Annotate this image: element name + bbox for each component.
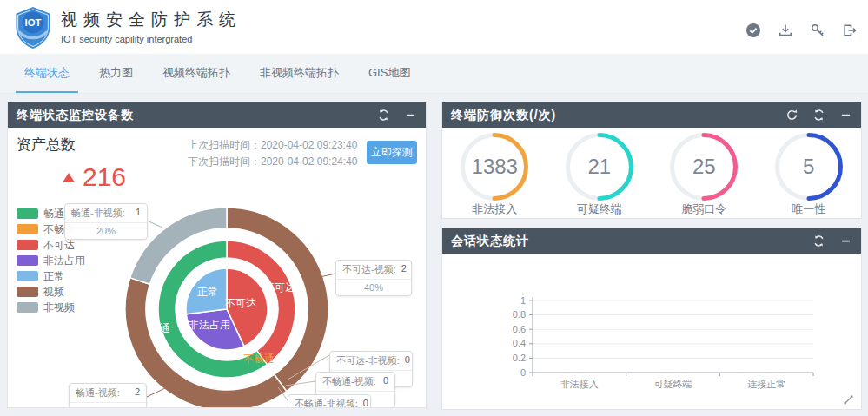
legend-swatch	[17, 271, 38, 281]
tab-terminal-status[interactable]: 终端状态	[16, 54, 78, 93]
next-scan-time: 下次扫描时间：2020-04-02 09:24:40	[188, 154, 357, 170]
legend-swatch	[17, 224, 38, 234]
svg-text:可疑终端: 可疑终端	[654, 379, 692, 389]
top-header: IOT 视频安全防护系统 IOT security capility inter…	[0, 0, 868, 54]
callout-changtong-feishipin: 畅通-非视频:1 20%	[64, 203, 148, 240]
header-actions	[745, 23, 858, 38]
terminal-monitor-body: 资产总数 216 上次扫描时间：2020-04-02 09:23:40 下次扫描…	[8, 128, 426, 407]
detect-now-button[interactable]: 立即探测	[367, 141, 417, 164]
session-body: 10.80.60.40.20非法接入可疑终端连接正常	[442, 254, 861, 409]
gauge-label: 非法接入	[442, 201, 547, 217]
ring-label-zhengchang: 正常	[197, 285, 218, 300]
app-title: 视频安全防护系统	[61, 9, 242, 31]
gauge-illegal-access: 1383 非法接入	[442, 130, 547, 217]
ring-label-changtong: 畅通	[149, 321, 170, 336]
trend-up-icon	[63, 173, 75, 182]
gauge-label: 可疑终端	[547, 201, 653, 217]
ring-label-bukeda-middle: 不可达	[264, 281, 295, 295]
legend-item-shipin[interactable]: 视频	[17, 284, 85, 300]
session-bar-chart: 10.80.60.40.20非法接入可疑终端连接正常	[442, 254, 861, 409]
gauge-value: 5	[757, 130, 862, 203]
svg-text:0.8: 0.8	[513, 309, 526, 320]
panel-title: 终端防御次数(/次)	[451, 108, 556, 123]
callout-buchangtong-feishipin: 不畅通-非视频:0 0%	[288, 394, 371, 407]
gauge-value: 1383	[442, 130, 547, 203]
tab-video-topology[interactable]: 视频终端拓扑	[154, 54, 239, 93]
asset-total-value: 216	[83, 162, 126, 192]
legend-swatch	[17, 302, 38, 313]
legend-item-zhengchang[interactable]: 正常	[17, 268, 85, 284]
svg-text:0: 0	[520, 367, 526, 378]
logo-text: IOT	[24, 17, 41, 28]
reload-icon[interactable]	[785, 109, 798, 122]
tab-gis-map[interactable]: GIS地图	[360, 54, 419, 93]
panel-defense-counts: 终端防御次数(/次)	[441, 102, 862, 219]
app-subtitle: IOT security capility intergrated	[61, 34, 242, 44]
svg-text:0.6: 0.6	[513, 324, 526, 334]
callout-bukeda-shipin: 不可达-视频:2 40%	[335, 260, 412, 296]
asset-total-label: 资产总数	[17, 135, 126, 155]
legend-item-feishipin[interactable]: 非视频	[17, 300, 85, 315]
tab-nonvideo-topology[interactable]: 非视频终端拓扑	[251, 54, 348, 93]
resize-handle[interactable]	[844, 393, 853, 402]
tab-heatmap[interactable]: 热力图	[90, 54, 142, 93]
scan-times: 上次扫描时间：2020-04-02 09:23:40 下次扫描时间：2020-0…	[188, 137, 357, 170]
panel-title: 会话状态统计	[451, 234, 529, 249]
panel-session-header: 会话状态统计	[442, 228, 861, 254]
ring-label-bukeda-inner: 不可达	[225, 296, 256, 311]
svg-text:0.4: 0.4	[513, 338, 526, 348]
gauge-label: 唯一性	[757, 201, 862, 217]
refresh-icon[interactable]	[377, 109, 390, 122]
panel-title: 终端状态监控设备数	[17, 108, 134, 123]
minimize-icon[interactable]	[839, 109, 852, 122]
svg-text:1: 1	[520, 295, 526, 306]
panel-defense-header: 终端防御次数(/次)	[442, 102, 861, 128]
gauge-label: 脆弱口令	[652, 201, 757, 217]
ring-label-feifazhanyong: 非法占用	[189, 318, 230, 333]
gauge-value: 21	[547, 130, 653, 203]
legend-swatch	[17, 208, 38, 219]
download-icon[interactable]	[778, 23, 793, 38]
gauge-value: 25	[652, 130, 757, 203]
minimize-icon[interactable]	[404, 109, 417, 122]
legend-swatch	[17, 240, 38, 250]
ring-label-buchangtong: 不畅通	[243, 352, 275, 366]
legend-swatch	[17, 287, 38, 297]
panel-session-stats: 会话状态统计 10.80.60.40.20非法接入可疑终端连接正常	[441, 228, 862, 410]
svg-text:连接正常: 连接正常	[747, 379, 785, 389]
gauge-uniqueness: 5 唯一性	[757, 130, 862, 217]
svg-text:非法接入: 非法接入	[560, 379, 599, 389]
refresh-icon[interactable]	[812, 109, 825, 122]
svg-text:0.2: 0.2	[513, 353, 526, 363]
main-content: 终端状态监控设备数 资产总数 216	[0, 94, 868, 416]
legend-swatch	[17, 255, 38, 266]
minimize-icon[interactable]	[839, 234, 852, 248]
refresh-icon[interactable]	[812, 234, 825, 248]
app-logo-icon: IOT	[12, 6, 54, 50]
audit-check-icon[interactable]	[745, 23, 761, 38]
defense-body: 1383 非法接入 21 可疑终端 25 脆弱口令 5 唯一性	[442, 128, 861, 218]
panel-terminal-monitor-header: 终端状态监控设备数	[8, 102, 426, 128]
last-scan-time: 上次扫描时间：2020-04-02 09:23:40	[188, 137, 357, 154]
panel-terminal-monitor: 终端状态监控设备数 资产总数 216	[7, 102, 427, 408]
gauge-weak-password: 25 脆弱口令	[652, 130, 757, 217]
legend-item-feifazhanyong[interactable]: 非法占用	[17, 253, 85, 268]
callout-changtong-shipin: 畅通-视频:2 40%	[69, 383, 147, 407]
key-icon[interactable]	[810, 23, 825, 38]
logout-icon[interactable]	[842, 23, 858, 38]
main-tabbar: 终端状态 热力图 视频终端拓扑 非视频终端拓扑 GIS地图	[0, 54, 868, 94]
gauge-suspicious-terminal: 21 可疑终端	[547, 130, 653, 217]
